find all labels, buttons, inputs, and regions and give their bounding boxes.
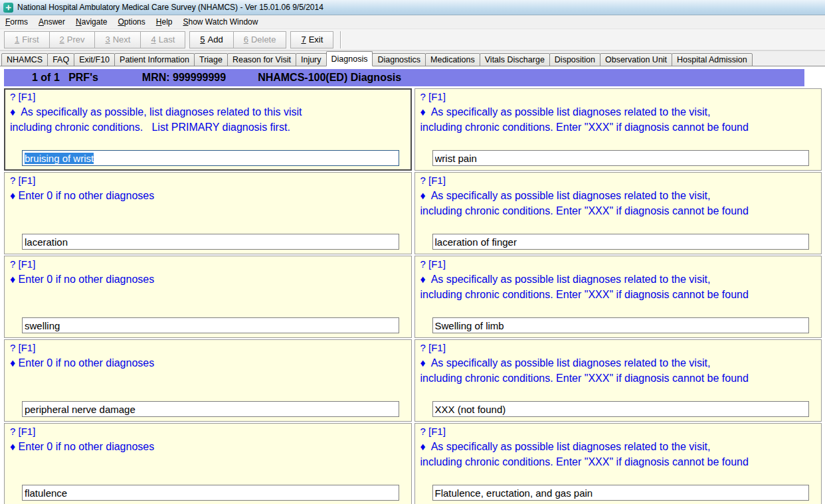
menu-options[interactable]: Options bbox=[112, 15, 150, 29]
toolbar: 1First 2Prev 3Next 4Last 5Add 6Delete 7E… bbox=[0, 29, 825, 51]
help-label: ? [F1] bbox=[420, 90, 816, 104]
instruction-text: ♦ As specifically as possible list diagn… bbox=[420, 104, 816, 135]
help-label: ? [F1] bbox=[420, 425, 816, 438]
tab-nhamcs[interactable]: NHAMCS bbox=[1, 53, 48, 66]
record-header: 1 of 1 PRF's MRN: 999999999 NHAMCS-100(E… bbox=[4, 69, 804, 86]
instruction-text: ♦ As specifically as possible list diagn… bbox=[420, 439, 816, 469]
form-title: NHAMCS-100(ED) Diagnosis bbox=[258, 72, 401, 84]
instruction-text: ♦ Enter 0 if no other diagnoses bbox=[10, 439, 406, 454]
help-label: ? [F1] bbox=[10, 258, 406, 271]
tab-injury[interactable]: Injury bbox=[296, 53, 327, 66]
diagnosis-1-input[interactable]: bruising of wrist bbox=[22, 150, 399, 166]
app-icon[interactable]: ✛ bbox=[3, 3, 13, 13]
tab-disposition[interactable]: Disposition bbox=[549, 53, 600, 66]
diagnosis-panel-2: ? [F1] ♦ Enter 0 if no other diagnoses bbox=[4, 172, 412, 254]
menu-navigate[interactable]: Navigate bbox=[70, 15, 112, 29]
help-label: ? [F1] bbox=[420, 174, 816, 187]
tab-vitals-discharge[interactable]: Vitals Discharge bbox=[480, 53, 550, 66]
instruction-text: ♦ As specifically as possible list diagn… bbox=[420, 188, 816, 218]
diagnosis-panel-4: ? [F1] ♦ Enter 0 if no other diagnoses bbox=[4, 339, 412, 422]
diagnosis-3-lookup-input[interactable] bbox=[432, 317, 810, 333]
exit-button[interactable]: 7Exit bbox=[290, 31, 333, 48]
diagnosis-5-input[interactable] bbox=[22, 485, 399, 501]
menu-bar: Forms Answer Navigate Options Help Show … bbox=[0, 15, 825, 29]
diagnosis-5-lookup-input[interactable] bbox=[432, 485, 810, 501]
diagnosis-lookup-panel-5: ? [F1] ♦ As specifically as possible lis… bbox=[414, 423, 822, 504]
diagnosis-panel-3: ? [F1] ♦ Enter 0 if no other diagnoses bbox=[4, 256, 412, 338]
help-label: ? [F1] bbox=[10, 425, 406, 438]
form-content: ? [F1] ♦ As specifically as possible, li… bbox=[0, 88, 825, 504]
instruction-text: ♦ As specifically as possible, list diag… bbox=[10, 104, 406, 135]
mrn-label: MRN: 999999999 bbox=[142, 72, 226, 84]
title-bar[interactable]: ✛ National Hospital Ambulatory Medical C… bbox=[0, 0, 825, 15]
tab-reason-for-visit[interactable]: Reason for Visit bbox=[227, 53, 296, 66]
add-button[interactable]: 5Add bbox=[189, 31, 233, 48]
record-count: 1 of 1 PRF's bbox=[32, 72, 98, 84]
instruction-text: ♦ Enter 0 if no other diagnoses bbox=[10, 272, 406, 287]
diagnosis-panel-5: ? [F1] ♦ Enter 0 if no other diagnoses bbox=[4, 423, 412, 504]
tab-triage[interactable]: Triage bbox=[194, 53, 228, 66]
diagnosis-panel-1: ? [F1] ♦ As specifically as possible, li… bbox=[4, 88, 412, 171]
tab-faq[interactable]: FAQ bbox=[47, 53, 74, 66]
first-button[interactable]: 1First bbox=[4, 31, 50, 48]
diagnosis-3-input[interactable] bbox=[22, 317, 399, 333]
tab-diagnostics[interactable]: Diagnostics bbox=[372, 53, 426, 66]
delete-button[interactable]: 6Delete bbox=[234, 31, 287, 48]
menu-show-watch-window[interactable]: Show Watch Window bbox=[177, 15, 263, 29]
diagnosis-lookup-panel-4: ? [F1] ♦ As specifically as possible lis… bbox=[414, 339, 822, 422]
diagnosis-2-lookup-input[interactable] bbox=[432, 234, 810, 250]
tab-observation-unit[interactable]: Observation Unit bbox=[600, 53, 672, 66]
diagnosis-lookup-panel-2: ? [F1] ♦ As specifically as possible lis… bbox=[414, 172, 822, 254]
tab-medications[interactable]: Medications bbox=[425, 53, 480, 66]
help-label: ? [F1] bbox=[10, 341, 406, 355]
help-label: ? [F1] bbox=[420, 258, 816, 271]
tab-bar: NHAMCS FAQ Exit/F10 Patient Information … bbox=[0, 51, 825, 66]
diagnosis-lookup-panel-3: ? [F1] ♦ As specifically as possible lis… bbox=[414, 256, 822, 338]
diagnosis-1-lookup-input[interactable] bbox=[432, 150, 810, 166]
window-title: National Hospital Ambulatory Medical Car… bbox=[17, 3, 323, 12]
selected-text: bruising of wrist bbox=[25, 153, 94, 164]
help-label: ? [F1] bbox=[10, 90, 406, 104]
diagnosis-2-input[interactable] bbox=[22, 234, 399, 250]
diagnosis-4-input[interactable] bbox=[22, 401, 399, 417]
menu-answer[interactable]: Answer bbox=[33, 15, 70, 29]
instruction-text: ♦ Enter 0 if no other diagnoses bbox=[10, 355, 406, 371]
next-button[interactable]: 3Next bbox=[95, 31, 141, 48]
diagnosis-lookup-panel-1: ? [F1] ♦ As specifically as possible lis… bbox=[414, 88, 822, 171]
last-button[interactable]: 4Last bbox=[141, 31, 185, 48]
tab-hospital-admission[interactable]: Hospital Admission bbox=[672, 53, 753, 66]
help-label: ? [F1] bbox=[420, 341, 816, 355]
tab-patient-information[interactable]: Patient Information bbox=[114, 53, 195, 66]
instruction-text: ♦ As specifically as possible list diagn… bbox=[420, 355, 816, 386]
menu-forms[interactable]: Forms bbox=[0, 15, 33, 29]
diagnosis-4-lookup-input[interactable] bbox=[432, 401, 810, 417]
help-label: ? [F1] bbox=[10, 174, 406, 187]
toolbar-separator bbox=[340, 31, 341, 48]
tab-diagnosis[interactable]: Diagnosis bbox=[326, 51, 373, 66]
prev-button[interactable]: 2Prev bbox=[50, 31, 96, 48]
record-header-strip: 1 of 1 PRF's MRN: 999999999 NHAMCS-100(E… bbox=[0, 66, 825, 88]
menu-help[interactable]: Help bbox=[151, 15, 178, 29]
instruction-text: ♦ Enter 0 if no other diagnoses bbox=[10, 188, 406, 203]
instruction-text: ♦ As specifically as possible list diagn… bbox=[420, 272, 816, 302]
tab-exit-f10[interactable]: Exit/F10 bbox=[74, 53, 115, 66]
